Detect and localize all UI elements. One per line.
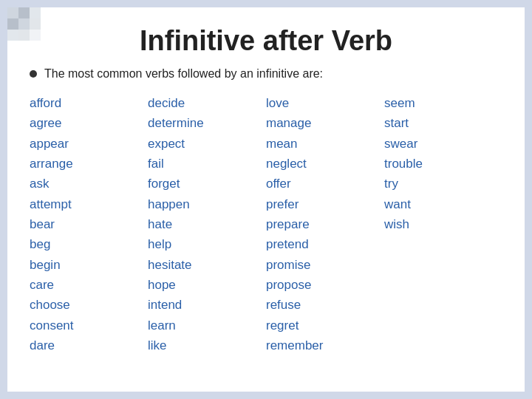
word-fail: fail <box>148 154 266 174</box>
word-choose: choose <box>30 296 148 315</box>
subtitle-text: The most common verbs followed by an inf… <box>44 67 323 81</box>
word-start: start <box>384 114 502 133</box>
word-learn: learn <box>148 316 266 335</box>
word-regret: regret <box>266 316 384 335</box>
word-remember: remember <box>266 336 384 355</box>
svg-rect-0 <box>7 7 18 18</box>
svg-rect-6 <box>30 18 41 30</box>
word-hesitate: hesitate <box>148 256 266 275</box>
word-swear: swear <box>384 134 502 154</box>
word-attempt: attempt <box>30 195 148 214</box>
word-hope: hope <box>148 276 266 295</box>
word-column-3: lovemanagemeanneglectofferpreferpreparep… <box>266 94 384 355</box>
svg-rect-8 <box>30 30 41 41</box>
word-ask: ask <box>30 174 148 194</box>
slide-title: Infinitive after Verb <box>30 25 502 57</box>
word-refuse: refuse <box>266 296 384 315</box>
word-column-4: seemstartsweartroubletrywantwish <box>384 94 502 355</box>
svg-rect-5 <box>7 30 18 41</box>
word-love: love <box>266 94 384 113</box>
word-bear: bear <box>30 215 148 234</box>
svg-rect-7 <box>18 30 30 41</box>
word-wish: wish <box>384 215 502 234</box>
word-arrange: arrange <box>30 154 148 174</box>
slide: Infinitive after Verb The most common ve… <box>7 7 525 392</box>
word-care: care <box>30 276 148 295</box>
word-offer: offer <box>266 174 384 194</box>
word-mean: mean <box>266 134 384 154</box>
word-begin: begin <box>30 256 148 275</box>
word-trouble: trouble <box>384 154 502 174</box>
word-propose: propose <box>266 276 384 295</box>
word-pretend: pretend <box>266 235 384 254</box>
word-determine: determine <box>148 114 266 133</box>
subtitle-row: The most common verbs followed by an inf… <box>30 67 502 81</box>
word-consent: consent <box>30 316 148 335</box>
word-promise: promise <box>266 256 384 275</box>
word-afford: afford <box>30 94 148 113</box>
word-column-2: decidedetermineexpectfailforgethappenhat… <box>148 94 266 355</box>
svg-rect-1 <box>18 7 30 18</box>
word-agree: agree <box>30 114 148 133</box>
word-manage: manage <box>266 114 384 133</box>
word-prepare: prepare <box>266 215 384 234</box>
word-columns: affordagreeappeararrangeaskattemptbearbe… <box>30 94 502 355</box>
word-intend: intend <box>148 296 266 315</box>
word-like: like <box>148 336 266 355</box>
word-dare: dare <box>30 336 148 355</box>
word-neglect: neglect <box>266 154 384 174</box>
word-hate: hate <box>148 215 266 234</box>
word-want: want <box>384 195 502 214</box>
word-expect: expect <box>148 134 266 154</box>
svg-rect-3 <box>18 18 30 30</box>
word-prefer: prefer <box>266 195 384 214</box>
corner-decoration-icon <box>7 7 52 52</box>
word-seem: seem <box>384 94 502 113</box>
word-try: try <box>384 174 502 194</box>
word-appear: appear <box>30 134 148 154</box>
word-decide: decide <box>148 94 266 113</box>
bullet-icon <box>30 70 37 78</box>
word-happen: happen <box>148 195 266 214</box>
svg-rect-2 <box>7 18 18 30</box>
word-forget: forget <box>148 174 266 194</box>
svg-rect-4 <box>30 7 41 18</box>
word-help: help <box>148 235 266 254</box>
word-column-1: affordagreeappeararrangeaskattemptbearbe… <box>30 94 148 355</box>
word-beg: beg <box>30 235 148 254</box>
